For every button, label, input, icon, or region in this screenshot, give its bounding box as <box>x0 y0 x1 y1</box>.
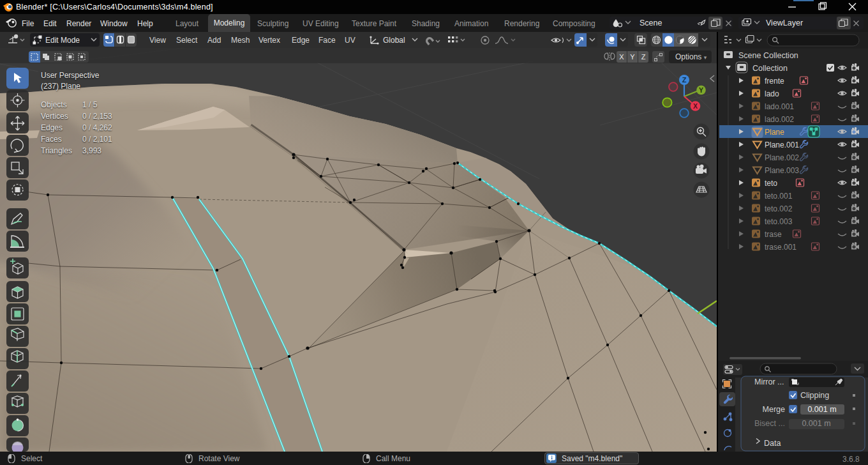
svg-text:Data: Data <box>764 439 781 448</box>
svg-text:trase: trase <box>765 230 782 239</box>
svg-text:Bisect ...: Bisect ... <box>754 419 785 428</box>
svg-text:teto.002: teto.002 <box>765 204 793 213</box>
svg-text:Y: Y <box>699 86 703 94</box>
svg-text:lado.002: lado.002 <box>765 115 794 124</box>
svg-text:teto: teto <box>765 179 777 188</box>
svg-text:Collection: Collection <box>752 64 788 73</box>
svg-text:Plane.003: Plane.003 <box>765 166 799 175</box>
svg-text:Plane.002: Plane.002 <box>765 153 799 162</box>
svg-text:Clipping: Clipping <box>800 391 829 400</box>
svg-text:Mirror ...: Mirror ... <box>754 377 784 386</box>
svg-text:Plane.001: Plane.001 <box>765 141 799 149</box>
svg-text:trase.001: trase.001 <box>765 243 797 252</box>
svg-text:Z: Z <box>682 76 687 84</box>
svg-text:X: X <box>693 102 698 110</box>
svg-text:lado.001: lado.001 <box>765 102 794 111</box>
svg-text:lado: lado <box>765 89 779 98</box>
svg-text:0.001 m: 0.001 m <box>802 419 830 428</box>
svg-text:frente: frente <box>765 77 784 86</box>
svg-text:0.001 m: 0.001 m <box>807 405 836 414</box>
svg-text:teto.003: teto.003 <box>765 217 793 226</box>
svg-text:Scene Collection: Scene Collection <box>738 51 798 60</box>
svg-text:teto.001: teto.001 <box>765 192 793 201</box>
svg-text:Merge: Merge <box>763 405 785 414</box>
svg-text:Plane: Plane <box>765 128 784 137</box>
